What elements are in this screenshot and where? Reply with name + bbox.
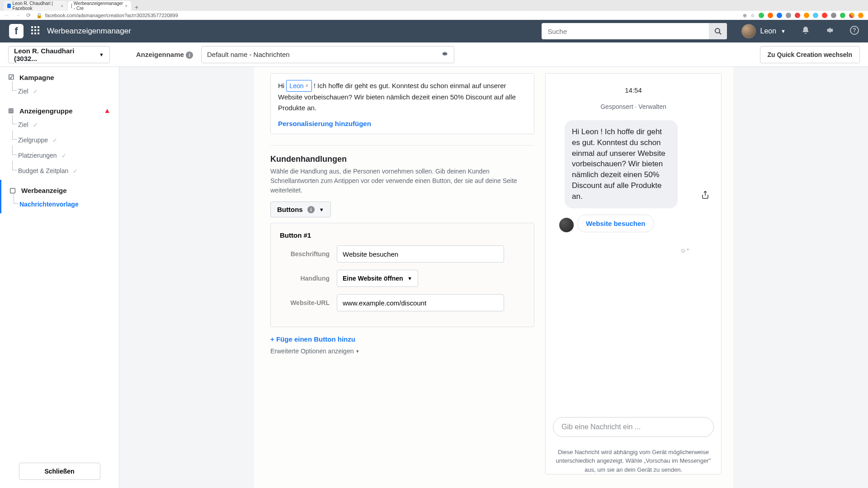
extension-icon[interactable] xyxy=(795,13,800,18)
token-remove-icon[interactable]: × xyxy=(306,82,309,90)
cta-button[interactable]: Website besuchen xyxy=(577,215,654,232)
check-icon: ✓ xyxy=(61,152,66,159)
svg-rect-1 xyxy=(34,26,36,28)
extension-icon[interactable] xyxy=(786,13,791,18)
new-tab-button[interactable]: + xyxy=(132,4,141,11)
svg-point-9 xyxy=(715,28,720,33)
search-input[interactable] xyxy=(542,28,709,35)
greeting-suffix: ! Ich hoffe dir geht es gut. Konntest du… xyxy=(278,82,516,112)
sidebar-item-ziel[interactable]: Ziel ✓ xyxy=(18,119,111,130)
chevron-down-icon: ▾ xyxy=(356,348,359,354)
sidebar-item-zielgruppe[interactable]: Zielgruppe ✓ xyxy=(18,135,111,145)
address-bar[interactable]: 🔒 facebook.com/adsmanager/creation?act=3… xyxy=(36,13,737,19)
svg-rect-2 xyxy=(38,26,39,28)
svg-rect-4 xyxy=(34,29,36,31)
extension-icon[interactable] xyxy=(759,13,764,18)
svg-text:?: ? xyxy=(853,27,856,33)
back-icon[interactable]: ← xyxy=(5,12,10,19)
browser-tab[interactable]: Leon R. Chaudhari | Facebook × xyxy=(4,1,67,11)
sidebar-sub-label: Nachrichtenvorlage xyxy=(19,201,79,208)
gear-icon[interactable] xyxy=(826,26,835,37)
reload-icon[interactable]: ⟳ xyxy=(26,12,31,19)
extension-icon[interactable] xyxy=(813,13,818,18)
share-icon[interactable] xyxy=(698,188,712,202)
svg-rect-0 xyxy=(31,26,33,28)
svg-rect-6 xyxy=(31,33,33,34)
caption-input[interactable] xyxy=(337,245,504,263)
apps-grid-icon[interactable] xyxy=(31,26,40,37)
tab-close-icon[interactable]: × xyxy=(61,4,63,9)
extension-icon[interactable] xyxy=(822,13,827,18)
select-value: Eine Website öffnen xyxy=(343,275,403,282)
advanced-options-label: Erweiterte Optionen anzeigen xyxy=(270,347,354,355)
sidebar-item-nachrichtenvorlage[interactable]: Nachrichtenvorlage xyxy=(19,199,111,210)
chevron-down-icon: ▼ xyxy=(781,28,786,34)
buttons-dropdown[interactable]: Buttons i ▼ xyxy=(270,202,331,217)
bell-icon[interactable] xyxy=(801,26,810,37)
chevron-down-icon: ▼ xyxy=(407,276,412,281)
dropdown-label: Buttons xyxy=(277,206,303,213)
message-text[interactable]: Hi Leon × ! Ich hoffe dir geht es gut. K… xyxy=(278,80,527,113)
zoom-icon[interactable]: ⊕ xyxy=(743,13,747,19)
forward-icon[interactable]: → xyxy=(15,12,21,19)
sidebar-sub-label: Zielgruppe xyxy=(18,136,48,144)
check-icon: ✓ xyxy=(33,122,38,128)
add-personalization-link[interactable]: Personalisierung hinzufügen xyxy=(278,120,527,127)
action-select[interactable]: Eine Website öffnen ▼ xyxy=(337,270,418,287)
profile-icon[interactable] xyxy=(849,13,854,18)
sidebar-adset[interactable]: ⊞ Anzeigengruppe ▲ xyxy=(8,107,111,115)
tab-title: Werbeanzeigenmanager - Cre xyxy=(74,1,123,11)
url-input[interactable] xyxy=(337,294,504,311)
help-icon[interactable]: ? xyxy=(850,26,859,37)
emoji-add-icon[interactable]: ☺⁺ xyxy=(680,247,689,254)
caption-label: Beschriftung xyxy=(280,250,330,258)
browser-chrome: Leon R. Chaudhari | Facebook × Werbeanze… xyxy=(0,0,868,20)
svg-rect-3 xyxy=(31,29,33,31)
close-button[interactable]: Schließen xyxy=(19,463,100,480)
greeting-prefix: Hi xyxy=(278,82,284,89)
tab-close-icon[interactable]: × xyxy=(125,4,127,9)
sidebar-item-budget[interactable]: Budget & Zeitplan ✓ xyxy=(18,165,111,176)
extension-icon[interactable] xyxy=(804,13,809,18)
account-dropdown[interactable]: Leon R. Chaudhari (3032... ▼ xyxy=(8,46,110,63)
avatar-icon xyxy=(741,24,756,38)
sidebar-ad[interactable]: ▢ Werbeanzeige xyxy=(9,186,111,194)
user-menu[interactable]: Leon ▼ xyxy=(741,24,786,38)
extension-icon[interactable] xyxy=(858,13,863,18)
lock-icon: 🔒 xyxy=(36,13,42,19)
sidebar-campaign[interactable]: ☑ Kampagne xyxy=(8,73,111,81)
ad-name-input[interactable] xyxy=(207,51,441,58)
preview-message-input[interactable]: Gib eine Nachricht ein ... xyxy=(553,417,714,437)
chevron-down-icon: ▼ xyxy=(319,207,324,212)
sidebar-label: Anzeigengruppe xyxy=(19,107,73,115)
ad-name-field xyxy=(201,46,454,63)
svg-rect-5 xyxy=(38,29,39,31)
gear-icon[interactable] xyxy=(441,50,448,59)
personalization-token[interactable]: Leon × xyxy=(286,80,311,92)
svg-rect-7 xyxy=(34,33,36,34)
checkbox-icon: ☑ xyxy=(8,73,14,81)
browser-tab-active[interactable]: Werbeanzeigenmanager - Cre × xyxy=(68,1,131,11)
sidebar-item-ziel[interactable]: Ziel ✓ xyxy=(18,86,111,97)
quick-creation-button[interactable]: Zu Quick Creation wechseln xyxy=(760,46,860,63)
search-button[interactable] xyxy=(709,23,727,39)
grid-icon: ⊞ xyxy=(8,107,14,115)
button-config-card: Button #1 Beschriftung Handlung Eine Web… xyxy=(270,223,534,327)
extension-icon[interactable] xyxy=(777,13,782,18)
extension-icon[interactable] xyxy=(840,13,845,18)
tab-title: Leon R. Chaudhari | Facebook xyxy=(13,1,59,11)
extension-icon[interactable] xyxy=(831,13,836,18)
facebook-logo-icon[interactable]: f xyxy=(9,24,24,38)
sidebar-label: Werbeanzeige xyxy=(21,187,67,194)
sidebar-item-platzierungen[interactable]: Platzierungen ✓ xyxy=(18,150,111,161)
star-icon[interactable]: ☆ xyxy=(750,13,755,19)
extension-icon[interactable] xyxy=(768,13,773,18)
button-number-heading: Button #1 xyxy=(280,231,525,239)
check-icon: ✓ xyxy=(73,168,78,174)
search-icon xyxy=(714,28,722,35)
advanced-options-link[interactable]: Erweiterte Optionen anzeigen ▾ xyxy=(270,347,534,355)
add-button-link[interactable]: + Füge einen Button hinzu xyxy=(270,335,534,343)
svg-rect-8 xyxy=(38,33,39,34)
info-icon[interactable]: i xyxy=(186,52,193,59)
sidebar-label: Kampagne xyxy=(19,74,54,81)
